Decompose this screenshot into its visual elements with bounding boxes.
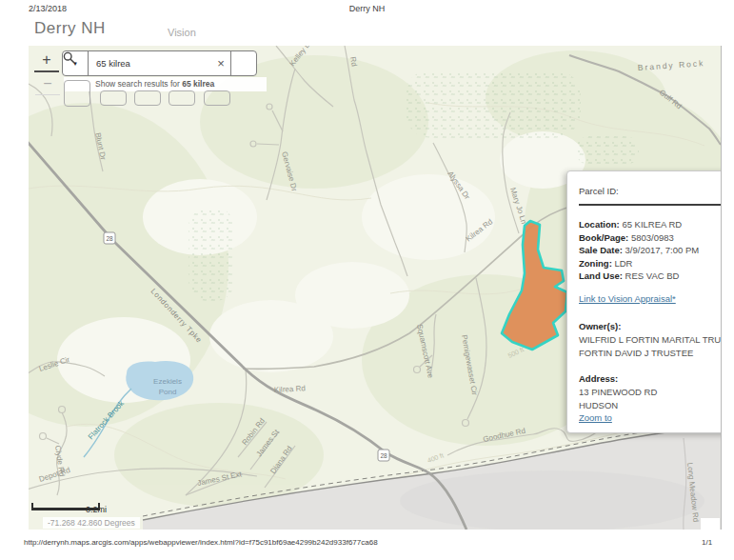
widget-button-2[interactable] (100, 90, 127, 106)
widget-button-5[interactable] (204, 90, 230, 106)
search-icon (63, 51, 75, 64)
owners-list: WILFRID L FORTIN MARITAL TRUSTFORTIN DAV… (579, 333, 722, 360)
suggestion-term: 65 kilrea (182, 79, 214, 89)
address-label: Address: (579, 372, 722, 386)
popup-text-line: FORTIN DAVID J TRUSTEE (579, 347, 722, 360)
search-input[interactable] (89, 51, 211, 75)
print-doc-title: Derry NH (0, 4, 734, 13)
popup-title: Parcel ID: (579, 186, 722, 196)
popup-divider (579, 204, 722, 206)
map-label: Depot Rd (38, 466, 71, 484)
route-shield-28-north: 28 (104, 232, 115, 244)
close-icon: × (217, 56, 225, 70)
popup-field-row: Book/Page: 5803/0983 (579, 231, 722, 245)
map-label: Rd (348, 56, 359, 68)
popup-text-line: WILFRID L FORTIN MARITAL TRUST (579, 333, 722, 347)
map-label: Brandy Rock (637, 58, 704, 72)
clear-search-button[interactable]: × (211, 51, 230, 75)
zoom-out-button[interactable]: − (35, 75, 60, 95)
vision-appraisal-link[interactable]: Link to Vision Appraisal* (579, 293, 676, 304)
map-viewport[interactable]: 28 28 Kelley DrRdBrandy RockGulf RdBlunt… (29, 46, 722, 530)
map-label: 400 ft (427, 451, 445, 464)
svg-text:28: 28 (106, 235, 113, 242)
svg-text:28: 28 (380, 452, 387, 459)
widget-button-1[interactable] (64, 80, 90, 107)
footer-url: http://derrynh.maps.arcgis.com/apps/weba… (24, 538, 378, 547)
search-bar: ▾ × (62, 50, 257, 76)
search-button[interactable] (230, 51, 256, 75)
map-label: Mary Jo Ln (508, 187, 528, 225)
attribution-box (701, 518, 720, 535)
popup-text-line: HUDSON (579, 399, 722, 412)
search-suggestion[interactable]: Show search results for 65 kilrea (64, 77, 267, 91)
popup-field-row: Location: 65 KILREA RD (579, 218, 722, 231)
scale-label: 0.2mi (86, 505, 107, 514)
popup-fields: Location: 65 KILREA RDBook/Page: 5803/09… (579, 218, 722, 283)
coordinate-readout: -71.268 42.860 Degrees (43, 517, 140, 529)
route-shield-28-south: 28 (378, 450, 389, 461)
owners-label: Owner(s): (579, 320, 722, 333)
map-label: Ezekiels (153, 377, 182, 386)
popup-field-row: Zoning: LDR (579, 257, 722, 270)
app-title: Derry NH (34, 19, 106, 38)
zoom-in-button[interactable]: + (34, 51, 59, 72)
parcel-popup: Parcel ID: Location: 65 KILREA RDBook/Pa… (566, 170, 722, 433)
footer-page-indicator: 1/1 (702, 538, 712, 547)
suggestion-prefix: Show search results for (95, 79, 182, 89)
popup-field-row: Land Use: RES VAC BD (579, 270, 722, 283)
map-label: Kilrea Rd (274, 384, 306, 394)
widget-button-3[interactable] (134, 90, 161, 106)
popup-field-row: Sale Date: 3/9/2017, 7:00 PM (579, 244, 722, 257)
zoom-to-link[interactable]: Zoom to (579, 412, 612, 423)
widget-button-4[interactable] (169, 90, 195, 106)
address-list: 13 PINEWOOD RDHUDSON (579, 386, 722, 412)
popup-text-line: 13 PINEWOOD RD (579, 386, 722, 399)
map-label: Pond (159, 388, 177, 396)
nav-link-vision[interactable]: Vision (168, 27, 196, 38)
